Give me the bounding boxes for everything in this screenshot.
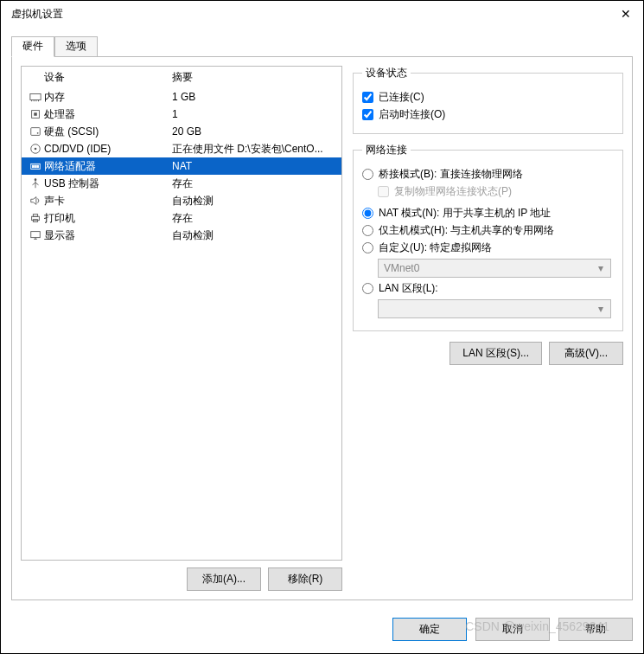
device-name: 硬盘 (SCSI) — [44, 125, 172, 139]
device-status-group: 设备状态 已连接(C) 启动时连接(O) — [353, 66, 623, 134]
device-name: 内存 — [44, 90, 172, 105]
device-status-legend: 设备状态 — [362, 66, 411, 80]
connect-at-power-input[interactable] — [362, 109, 373, 120]
svg-line-18 — [35, 183, 39, 185]
svg-rect-23 — [31, 232, 41, 238]
device-name: 打印机 — [44, 211, 172, 226]
col-summary: 摘要 — [172, 70, 336, 85]
svg-point-8 — [37, 132, 39, 134]
help-button[interactable]: 帮助 — [558, 618, 633, 641]
device-summary: NAT — [172, 160, 336, 172]
lan-segments-button[interactable]: LAN 区段(S)... — [450, 342, 542, 365]
disk-icon — [27, 125, 44, 138]
device-row[interactable]: 打印机存在 — [22, 209, 341, 227]
lan-segment-combo — [378, 299, 611, 318]
device-name: 声卡 — [44, 194, 172, 208]
svg-point-10 — [35, 148, 37, 151]
nat-input[interactable] — [362, 208, 373, 219]
svg-rect-0 — [30, 94, 41, 100]
replicate-checkbox: 复制物理网络连接状态(P) — [378, 184, 614, 199]
advanced-button[interactable]: 高级(V)... — [549, 342, 623, 365]
svg-rect-6 — [34, 112, 37, 116]
network-connection-group: 网络连接 桥接模式(B): 直接连接物理网络 复制物理网络连接状态(P) NAT… — [353, 143, 623, 331]
content-area: 硬件 选项 设备 摘要 内存1 GB处理器1硬盘 (SCSI)20 GBCD/D… — [1, 27, 643, 606]
add-button[interactable]: 添加(A)... — [187, 567, 261, 591]
connected-checkbox[interactable]: 已连接(C) — [362, 90, 614, 105]
custom-radio[interactable]: 自定义(U): 特定虚拟网络 — [362, 240, 614, 255]
device-row[interactable]: 硬盘 (SCSI)20 GB — [22, 123, 341, 140]
lan-radio[interactable]: LAN 区段(L): — [362, 281, 614, 296]
col-device: 设备 — [44, 70, 172, 85]
svg-rect-14 — [37, 165, 39, 168]
svg-rect-21 — [33, 215, 37, 217]
svg-rect-13 — [35, 165, 36, 168]
custom-network-combo: VMnet0 — [378, 259, 611, 278]
close-icon[interactable]: ✕ — [615, 7, 636, 21]
device-summary: 自动检测 — [172, 228, 336, 243]
device-name: 显示器 — [44, 228, 172, 243]
nat-radio[interactable]: NAT 模式(N): 用于共享主机的 IP 地址 — [362, 206, 614, 221]
svg-marker-19 — [31, 197, 36, 205]
device-row[interactable]: 显示器自动检测 — [22, 227, 341, 244]
optical-icon — [27, 143, 44, 155]
device-buttons: 添加(A)... 移除(R) — [21, 567, 342, 591]
device-summary: 20 GB — [172, 125, 336, 138]
device-row[interactable]: 声卡自动检测 — [22, 192, 341, 209]
right-pane: 设备状态 已连接(C) 启动时连接(O) 网络连接 桥接模式(B): 直接连接物 — [353, 66, 623, 591]
bridged-radio[interactable]: 桥接模式(B): 直接连接物理网络 — [362, 167, 614, 182]
ok-button[interactable]: 确定 — [392, 618, 467, 641]
device-summary: 1 GB — [172, 91, 336, 103]
custom-input[interactable] — [362, 242, 373, 253]
network-icon — [27, 160, 44, 172]
cancel-button[interactable]: 取消 — [475, 618, 550, 641]
tab-body: 设备 摘要 内存1 GB处理器1硬盘 (SCSI)20 GBCD/DVD (ID… — [11, 56, 633, 600]
device-name: 处理器 — [44, 107, 172, 122]
tab-options[interactable]: 选项 — [54, 36, 98, 57]
connect-at-power-checkbox[interactable]: 启动时连接(O) — [362, 107, 614, 122]
remove-button[interactable]: 移除(R) — [268, 567, 342, 591]
device-summary: 存在 — [172, 176, 336, 191]
device-summary: 正在使用文件 D:\安装包\CentO... — [172, 142, 336, 157]
svg-rect-12 — [33, 165, 35, 168]
device-summary: 存在 — [172, 211, 336, 226]
network-connection-legend: 网络连接 — [362, 143, 411, 157]
tab-hardware[interactable]: 硬件 — [11, 36, 54, 57]
printer-icon — [27, 212, 44, 224]
svg-rect-7 — [31, 128, 41, 136]
cpu-icon — [27, 108, 44, 120]
lan-input[interactable] — [362, 283, 373, 294]
titlebar: 虚拟机设置 ✕ — [1, 1, 643, 27]
device-row[interactable]: 内存1 GB — [22, 88, 341, 106]
device-name: USB 控制器 — [44, 176, 172, 191]
svg-line-17 — [33, 183, 36, 185]
device-row[interactable]: CD/DVD (IDE)正在使用文件 D:\安装包\CentO... — [22, 140, 341, 157]
right-buttons: LAN 区段(S)... 高级(V)... — [353, 342, 623, 365]
device-name: 网络适配器 — [44, 159, 172, 174]
bridged-input[interactable] — [362, 169, 373, 180]
vm-settings-window: 虚拟机设置 ✕ 硬件 选项 设备 摘要 内存1 GB处理器1硬盘 (SCSI)2… — [0, 0, 644, 654]
usb-icon — [27, 177, 44, 189]
device-summary: 自动检测 — [172, 194, 336, 208]
hostonly-input[interactable] — [362, 225, 373, 236]
device-list[interactable]: 设备 摘要 内存1 GB处理器1硬盘 (SCSI)20 GBCD/DVD (ID… — [21, 66, 342, 561]
device-list-header: 设备 摘要 — [22, 67, 341, 88]
replicate-input — [378, 186, 389, 197]
memory-icon — [27, 91, 44, 103]
hostonly-radio[interactable]: 仅主机模式(H): 与主机共享的专用网络 — [362, 223, 614, 238]
display-icon — [27, 229, 44, 241]
device-row[interactable]: 处理器1 — [22, 106, 341, 123]
dialog-footer: 确定 取消 帮助 — [1, 606, 643, 653]
tab-strip: 硬件 选项 — [11, 35, 633, 56]
window-title: 虚拟机设置 — [8, 7, 615, 22]
connected-input[interactable] — [362, 92, 373, 103]
device-row[interactable]: 网络适配器NAT — [22, 157, 341, 175]
device-summary: 1 — [172, 108, 336, 120]
sound-icon — [27, 195, 44, 207]
device-name: CD/DVD (IDE) — [44, 143, 172, 155]
left-pane: 设备 摘要 内存1 GB处理器1硬盘 (SCSI)20 GBCD/DVD (ID… — [21, 66, 342, 591]
device-row[interactable]: USB 控制器存在 — [22, 175, 341, 192]
